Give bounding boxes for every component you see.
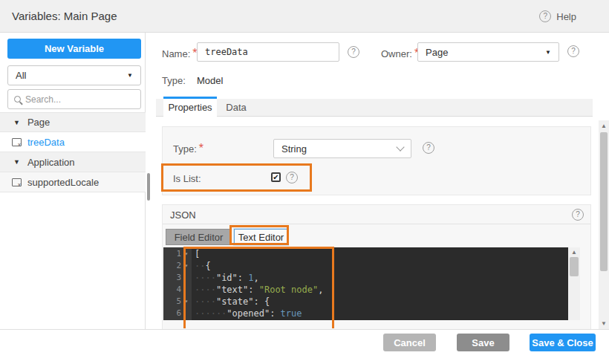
save-button[interactable]: Save [457,334,509,351]
name-help-icon[interactable]: ? [348,46,359,58]
owner-select[interactable]: Page ▼ [417,42,559,62]
json-help-icon[interactable]: ? [572,209,584,221]
name-field[interactable] [197,42,339,62]
group-label: Page [27,117,50,128]
required-asterisk: * [199,142,203,155]
main-scrollbar[interactable]: ▲ ▼ [599,120,609,329]
scroll-down-icon[interactable]: ▼ [599,320,609,327]
code-line: 1▾ [ [163,248,568,260]
is-list-checkbox[interactable]: ✔ [271,172,281,182]
page-title: Variables: Main Page [12,10,117,22]
is-list-help-icon[interactable]: ? [286,172,298,183]
search-input[interactable] [25,94,122,105]
name-label: Name:* [162,47,198,60]
owner-selected-value: Page [426,47,545,58]
search-icon [14,96,21,103]
group-label: Application [27,157,75,168]
collapse-arrow-icon: ▼ [13,158,20,166]
footer-bar: Cancel Save Save & Close [0,329,609,364]
editor-scrollbar-thumb[interactable] [570,257,579,276]
prop-type-label: Type:* [173,142,203,155]
sidebar-scrollbar-thumb[interactable] [147,173,150,201]
tab-data[interactable]: Data [217,99,255,117]
code-line: 6 ······"opened": true [163,308,568,319]
prop-type-selected-value: String [281,143,397,155]
prop-type-select[interactable]: String [273,139,411,158]
type-value: Model [197,75,223,86]
scroll-up-icon[interactable]: ▲ [568,249,580,256]
help-label: Help [556,11,576,22]
field-editor-button[interactable]: Field Editor [166,229,232,245]
sidebar-group-application[interactable]: ▼ Application [0,152,146,172]
detail-tabbar: Properties Data [156,97,593,117]
sidebar-group-page[interactable]: ▼ Page [0,112,146,132]
save-and-close-button[interactable]: Save & Close [530,334,596,351]
help-question-icon: ? [539,10,551,22]
json-panel-header: JSON [163,205,590,224]
scroll-up-icon[interactable]: ▲ [599,123,609,129]
new-variable-button[interactable]: New Variable [7,39,141,59]
variable-label: treeData [27,137,65,148]
main-scrollbar-thumb[interactable] [600,132,608,271]
dropdown-arrow-icon: ▼ [127,72,133,79]
variable-search[interactable] [7,89,141,109]
json-code-editor[interactable]: 1▾ [ 2▾ ··{ 3 ····"id": 1, 4 ····"text":… [163,247,568,320]
variables-tree: ▼ Page x treeData ▼ Application x suppor… [0,112,146,192]
chevron-down-icon [396,143,404,151]
owner-label: Owner:* [381,47,419,60]
properties-panel: Type:* String ? Is List: ✔ ? [162,126,591,195]
code-line: 5▾ ····"state": { [163,296,568,308]
fold-arrow-icon[interactable]: ▾ [181,296,192,308]
dropdown-arrow-icon: ▼ [545,49,551,56]
tab-properties[interactable]: Properties [163,97,217,117]
json-panel-title: JSON [170,209,196,221]
cancel-button[interactable]: Cancel [383,334,436,351]
owner-help-icon[interactable]: ? [567,45,579,57]
text-editor-button[interactable]: Text Editor [234,229,288,245]
fold-arrow-icon[interactable]: ▾ [181,248,192,260]
fold-arrow-icon[interactable]: ▾ [181,260,192,272]
code-line: 4 ····"text": "Root node", [163,284,568,296]
sidebar-item-treedata[interactable]: x treeData [0,132,146,152]
filter-selected-value: All [16,70,127,81]
editor-scrollbar[interactable]: ▲ [568,247,580,320]
help-button[interactable]: ? Help [539,10,576,22]
variable-icon: x [12,138,22,146]
window-header: Variables: Main Page ? Help [0,0,609,33]
variable-icon: x [12,178,22,186]
code-line: 3 ····"id": 1, [163,272,568,284]
sidebar-item-supportedlocale[interactable]: x supportedLocale [0,172,146,192]
variable-filter-select[interactable]: All ▼ [7,65,141,85]
variables-sidebar: New Variable All ▼ ▼ Page x treeData ▼ A… [0,33,146,329]
collapse-arrow-icon: ▼ [13,119,20,126]
is-list-label: Is List: [173,173,201,184]
variable-label: supportedLocale [27,177,99,188]
prop-type-help-icon[interactable]: ? [423,142,434,154]
type-label: Type: [162,75,186,86]
code-line: 2▾ ··{ [163,260,568,272]
